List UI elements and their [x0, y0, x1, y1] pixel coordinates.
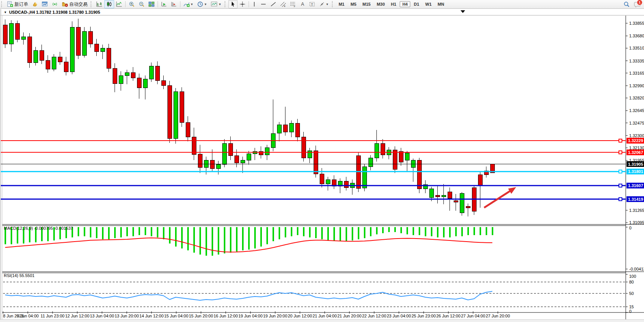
timeframe-button-mn[interactable]: MN — [435, 1, 447, 7]
arrow-objects-icon — [319, 1, 325, 7]
auto-scroll-icon — [161, 1, 167, 7]
autotrade-icon — [62, 1, 68, 7]
window-bottom-edge — [0, 319, 644, 322]
time-tick-label: 15 Jun 04:00 — [164, 314, 188, 318]
time-tick-label: 19 Jun 04:00 — [238, 314, 263, 318]
fibonacci-tool-button[interactable]: F — [288, 0, 298, 8]
search-icon[interactable] — [623, 1, 630, 8]
tile-windows-button[interactable] — [147, 0, 156, 8]
auto-scroll-button[interactable] — [159, 0, 169, 8]
trendline-tool-button[interactable] — [268, 0, 278, 8]
chart-title-row: ▼ USDCAD-,H4 1.31782 1.31908 1.31780 1.3… — [0, 9, 644, 16]
text-tool-button[interactable]: A — [298, 0, 307, 8]
text-label-tool-button[interactable]: T — [307, 0, 317, 8]
period-button[interactable]: ▼ — [195, 0, 209, 8]
group-drag-handle[interactable] — [332, 1, 335, 7]
autotrade-button[interactable]: 自动交易 — [60, 0, 89, 8]
line-chart-icon — [116, 1, 122, 7]
templates-button[interactable]: ▼ — [209, 0, 223, 8]
time-tick-label: 21 Jun 20:00 — [337, 314, 362, 318]
vertical-line-icon — [252, 1, 257, 7]
level-line-handle — [619, 198, 622, 201]
price-tick-label: 1.33855 — [629, 21, 644, 26]
price-tag-label: 1.31801 — [628, 169, 643, 174]
notifications-button[interactable]: 1 — [634, 1, 641, 8]
time-tick-label: 15 Jun 20:00 — [189, 314, 213, 318]
chart-canvas[interactable]: 1.338551.336801.335101.333351.331651.329… — [0, 0, 644, 322]
timeframe-button-w1[interactable]: W1 — [422, 1, 434, 7]
time-tick-label: 11 Jun 23:00 — [41, 314, 65, 318]
line-chart-mode-button[interactable] — [114, 0, 124, 8]
arrows-tool-button[interactable]: ▼ — [317, 0, 331, 8]
time-tick-label: 14 Jun 12:00 — [139, 314, 164, 318]
zoom-out-button[interactable] — [137, 0, 147, 8]
time-tick-label: 13 Jun 04:00 — [90, 314, 114, 318]
timeframe-button-m5[interactable]: M5 — [348, 1, 359, 7]
rsi-axis-label: 100 — [629, 274, 636, 279]
rsi-label: RSI(14) 55.5501 — [4, 273, 35, 278]
price-tick-label: 1.33335 — [629, 59, 644, 63]
price-tick-label: 1.33165 — [629, 71, 644, 75]
cursor-icon — [230, 1, 236, 7]
time-tick-label: 19 Jun 20:00 — [263, 314, 287, 318]
timeframe-group: M1M5M15M30H1H4D1W1MN — [336, 2, 447, 7]
toolbar-drag-handle[interactable] — [1, 1, 4, 7]
notification-badge: 1 — [637, 0, 642, 5]
autotrade-label: 自动交易 — [69, 1, 88, 8]
indicators-dropdown-caret[interactable]: ▼ — [190, 3, 193, 6]
indicators-button[interactable]: ▼ — [182, 0, 195, 8]
bar-chart-mode-button[interactable] — [94, 0, 104, 8]
macd-label: MACD(12,26,9) -0.000795 -0.001537 — [4, 226, 73, 231]
price-tag-label: 1.32229 — [628, 138, 643, 143]
zoom-out-icon — [139, 1, 145, 7]
chart-window-icon — [42, 1, 48, 7]
toolbar-separator — [158, 1, 158, 7]
level-line-handle — [619, 151, 622, 154]
timeframe-button-m15[interactable]: M15 — [360, 1, 373, 7]
timeframe-button-h1[interactable]: H1 — [388, 1, 399, 7]
timeframe-button-h4[interactable]: H4 — [400, 1, 410, 7]
fibonacci-icon: F — [290, 1, 296, 7]
timeframe-button-m1[interactable]: M1 — [336, 1, 347, 7]
time-tick-label: 27 Jun 20:00 — [486, 314, 510, 318]
price-tag-label: 1.31419 — [628, 197, 643, 202]
indicators-icon — [183, 1, 190, 7]
chart-title-ohlc: USDCAD-,H4 1.31782 1.31908 1.31780 1.319… — [9, 10, 100, 14]
candlestick-icon — [106, 1, 112, 7]
chart-window-button[interactable] — [40, 0, 50, 8]
new-order-button[interactable]: 新订单 — [5, 0, 30, 8]
time-tick-label: 23 Jun 04:00 — [387, 314, 411, 318]
time-tick-label: 16 Jun 12:00 — [214, 314, 238, 318]
signal-icon — [52, 1, 58, 7]
gold-pouch-icon — [32, 1, 38, 7]
signals-button[interactable] — [50, 0, 60, 8]
price-tag-label: 1.31905 — [628, 162, 643, 167]
candlestick-mode-button[interactable] — [104, 0, 114, 8]
horizontal-line-tool-button[interactable] — [258, 0, 268, 8]
time-tick-label: 25 Jun 23:00 — [411, 314, 436, 318]
chart-window[interactable]: ▼ USDCAD-,H4 1.31782 1.31908 1.31780 1.3… — [0, 8, 644, 322]
horizontal-line-icon — [260, 1, 266, 7]
timeframe-button-m30[interactable]: M30 — [374, 1, 387, 7]
zoom-in-button[interactable] — [127, 0, 137, 8]
zoom-in-icon — [129, 1, 135, 7]
macd-axis-label: -0.004134 — [629, 267, 644, 271]
market-watch-button[interactable] — [30, 0, 40, 8]
channel-tool-button[interactable]: E — [278, 0, 288, 8]
price-tag-label: 1.31607 — [628, 183, 643, 188]
period-dropdown-caret[interactable]: ▼ — [204, 3, 207, 6]
timeframe-button-d1[interactable]: D1 — [411, 1, 422, 7]
level-line-handle — [619, 139, 622, 142]
arrows-dropdown-caret[interactable]: ▼ — [326, 3, 329, 6]
group-drag-handle[interactable] — [91, 1, 93, 7]
vertical-line-tool-button[interactable] — [250, 0, 258, 8]
templates-dropdown-caret[interactable]: ▼ — [218, 3, 222, 6]
symbol-dropdown-icon[interactable]: ▼ — [4, 11, 7, 14]
svg-text:T: T — [311, 3, 313, 6]
svg-text:A: A — [301, 2, 304, 7]
cursor-tool-button[interactable] — [228, 0, 238, 8]
group-drag-handle[interactable] — [225, 1, 227, 7]
time-tick-label: 20 Jun 12:00 — [288, 314, 312, 318]
crosshair-tool-button[interactable] — [238, 0, 247, 8]
chart-shift-button[interactable] — [169, 0, 179, 8]
